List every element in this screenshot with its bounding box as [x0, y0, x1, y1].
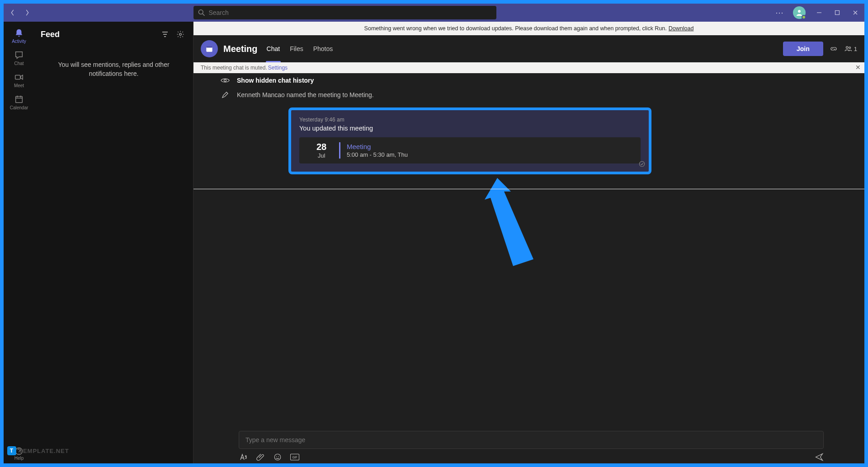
feed-panel: Feed You will see mentions, replies and …	[34, 22, 193, 463]
rail-meet[interactable]: Meet	[4, 70, 34, 92]
svg-point-12	[179, 33, 182, 36]
svg-point-18	[639, 161, 644, 166]
nav-forward-button[interactable]	[22, 7, 33, 18]
rail-help[interactable]: Help	[4, 447, 34, 461]
rail-calendar[interactable]: Calendar	[4, 92, 34, 114]
muted-banner: This meeting chat is muted. Settings ✕	[193, 62, 864, 73]
horizontal-divider	[193, 189, 864, 189]
gif-button[interactable]: GIF	[290, 453, 299, 462]
message-timestamp: Yesterday 9:46 am	[299, 117, 641, 123]
people-icon	[844, 45, 852, 53]
pencil-icon	[221, 91, 230, 98]
nav-rail: Activity Chat Meet Calendar Help	[4, 22, 34, 463]
download-banner: Something went wrong when we tried to do…	[193, 22, 864, 35]
maximize-button[interactable]	[828, 4, 846, 22]
svg-text:GIF: GIF	[292, 456, 297, 459]
rail-activity[interactable]: Activity	[4, 25, 34, 47]
tab-files[interactable]: Files	[289, 35, 304, 62]
feed-title: Feed	[41, 30, 156, 39]
svg-point-11	[19, 453, 19, 453]
rail-label: Help	[14, 456, 24, 461]
download-banner-text: Something went wrong when we tried to do…	[364, 25, 667, 32]
chat-tabs: Chat Files Photos	[266, 35, 334, 62]
nav-back-button[interactable]	[7, 7, 18, 18]
compose-input[interactable]	[239, 431, 824, 449]
rail-label: Chat	[14, 61, 24, 66]
download-link[interactable]: Download	[669, 25, 694, 32]
rename-text: Kenneth Mancao named the meeting to Meet…	[237, 91, 374, 98]
svg-point-2	[798, 10, 801, 13]
svg-point-22	[278, 456, 279, 457]
calendar-icon	[205, 44, 214, 53]
gif-icon: GIF	[290, 453, 299, 461]
paperclip-icon	[256, 453, 264, 461]
meeting-day: 28	[306, 142, 337, 152]
rail-label: Calendar	[10, 105, 28, 110]
search-input[interactable]	[208, 9, 492, 16]
format-button[interactable]	[239, 453, 248, 462]
message-text: You updated this meeting	[299, 125, 641, 132]
svg-point-0	[198, 10, 203, 14]
emoji-icon	[274, 453, 282, 461]
feed-empty-text: You will see mentions, replies and other…	[34, 47, 193, 92]
annotation-arrow	[479, 178, 542, 277]
titlebar: ⋯	[4, 4, 864, 22]
rename-event: Kenneth Mancao named the meeting to Meet…	[193, 88, 864, 102]
svg-rect-4	[835, 11, 840, 15]
meeting-card[interactable]: 28 Jul Meeting 5:00 am - 5:30 am, Thu	[299, 137, 641, 163]
send-icon	[815, 453, 824, 462]
video-icon	[14, 72, 24, 82]
meeting-card-title: Meeting	[347, 143, 408, 150]
participants-button[interactable]: 1	[844, 45, 857, 53]
chat-header: Meeting Chat Files Photos Join 1	[193, 35, 864, 62]
svg-rect-6	[16, 97, 23, 103]
bell-icon	[14, 28, 24, 38]
tab-photos[interactable]: Photos	[312, 35, 334, 62]
svg-point-16	[849, 47, 851, 49]
eye-icon	[221, 77, 230, 84]
join-button[interactable]: Join	[783, 42, 823, 56]
participants-count: 1	[854, 46, 857, 52]
send-button[interactable]	[815, 453, 824, 462]
muted-banner-close[interactable]: ✕	[855, 64, 861, 71]
chat-icon	[14, 50, 24, 60]
emoji-button[interactable]	[273, 453, 282, 462]
meeting-title: Meeting	[223, 44, 258, 54]
show-hidden-history[interactable]: Show hidden chat history	[193, 73, 864, 88]
gear-icon	[176, 30, 184, 38]
svg-point-15	[846, 47, 848, 49]
main-column: Something went wrong when we tried to do…	[193, 22, 864, 463]
presence-badge	[802, 15, 806, 19]
rail-chat[interactable]: Chat	[4, 47, 34, 70]
tab-chat[interactable]: Chat	[266, 35, 281, 62]
meeting-month: Jul	[306, 152, 337, 159]
calendar-icon	[14, 94, 24, 104]
svg-marker-19	[485, 178, 533, 266]
search-bar[interactable]	[193, 6, 496, 19]
compose-area: GIF	[239, 431, 824, 462]
copy-link-button[interactable]	[830, 45, 838, 53]
muted-settings-link[interactable]: Settings	[268, 65, 288, 71]
attach-button[interactable]	[256, 453, 265, 462]
search-icon	[198, 9, 205, 16]
chat-area: Show hidden chat history Kenneth Mancao …	[193, 73, 864, 463]
link-icon	[830, 45, 838, 53]
format-icon	[239, 453, 248, 462]
svg-line-1	[203, 14, 204, 15]
svg-point-17	[224, 79, 226, 82]
feed-filter-button[interactable]	[159, 28, 171, 41]
minimize-button[interactable]	[810, 4, 828, 22]
meeting-card-time: 5:00 am - 5:30 am, Thu	[347, 151, 408, 158]
feed-settings-button[interactable]	[174, 28, 187, 41]
svg-point-20	[274, 454, 281, 460]
show-hidden-text: Show hidden chat history	[237, 77, 314, 84]
more-button[interactable]: ⋯	[770, 4, 788, 22]
accent-bar	[339, 142, 340, 159]
read-receipt-icon	[639, 161, 645, 169]
svg-rect-5	[15, 75, 20, 79]
meeting-date: 28 Jul	[306, 142, 337, 159]
svg-rect-14	[206, 46, 212, 47]
filter-icon	[161, 31, 169, 38]
profile-avatar[interactable]	[793, 6, 806, 19]
close-button[interactable]	[846, 4, 864, 22]
